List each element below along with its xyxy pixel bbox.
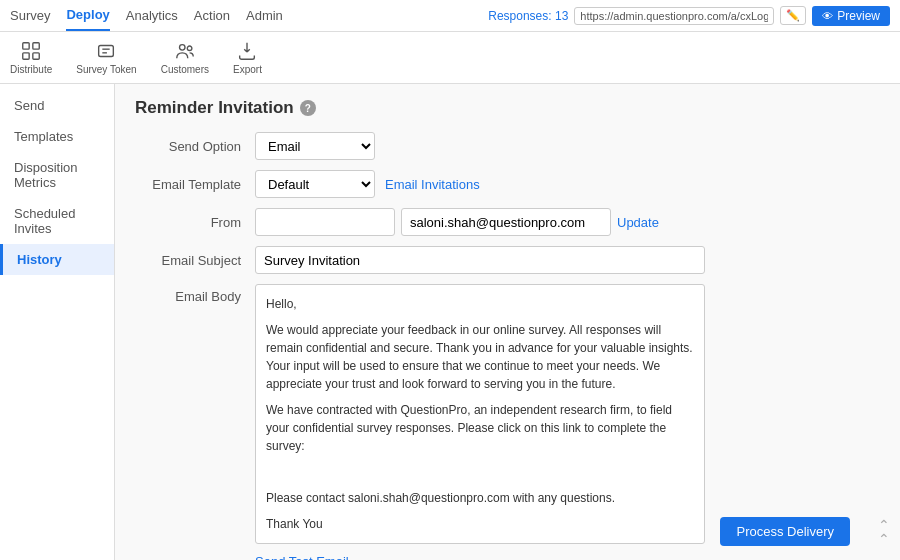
svg-rect-3 [33, 53, 39, 59]
email-subject-label: Email Subject [135, 253, 255, 268]
nav-deploy[interactable]: Deploy [66, 0, 109, 31]
sidebar-item-send[interactable]: Send [0, 90, 114, 121]
email-subject-input[interactable] [255, 246, 705, 274]
nav-survey[interactable]: Survey [10, 0, 50, 31]
send-test-email-link[interactable]: Send Test Email [255, 554, 349, 560]
email-body-p5: Thank You [266, 515, 694, 533]
edit-url-button[interactable]: ✏️ [780, 6, 806, 25]
from-email-input[interactable] [401, 208, 611, 236]
help-icon[interactable]: ? [300, 100, 316, 116]
send-test-row: Send Test Email [135, 554, 880, 560]
chevron-up-icon: ⌃ [878, 518, 890, 532]
email-subject-row: Email Subject [135, 246, 880, 274]
svg-point-7 [179, 45, 185, 51]
svg-point-8 [187, 46, 192, 51]
email-body-hello: Hello, [266, 295, 694, 313]
main-content: Reminder Invitation ? Send Option Email … [115, 84, 900, 560]
email-body-p3 [266, 463, 694, 481]
svg-rect-1 [33, 43, 39, 49]
svg-rect-4 [99, 46, 114, 57]
sidebar-item-templates[interactable]: Templates [0, 121, 114, 152]
toolbar: Distribute Survey Token Customers Export [0, 32, 900, 84]
export-icon [236, 40, 258, 62]
send-option-select[interactable]: Email [255, 132, 375, 160]
from-name-input[interactable] [255, 208, 395, 236]
update-link[interactable]: Update [617, 215, 659, 230]
page-title: Reminder Invitation ? [135, 98, 880, 118]
scroll-up-button[interactable]: ⌃ ⌃ [878, 518, 890, 546]
layout: Send Templates Disposition Metrics Sched… [0, 84, 900, 560]
email-body-p4: Please contact saloni.shah@questionpro.c… [266, 489, 694, 507]
email-body-p1: We would appreciate your feedback in our… [266, 321, 694, 393]
preview-label: Preview [837, 9, 880, 23]
token-icon [95, 40, 117, 62]
sidebar: Send Templates Disposition Metrics Sched… [0, 84, 115, 560]
url-bar[interactable] [574, 7, 774, 25]
top-nav-right: Responses: 13 ✏️ 👁 Preview [488, 6, 890, 26]
nav-analytics[interactable]: Analytics [126, 0, 178, 31]
email-body-box[interactable]: Hello, We would appreciate your feedback… [255, 284, 705, 544]
sidebar-item-scheduled-invites[interactable]: Scheduled Invites [0, 198, 114, 244]
toolbar-export[interactable]: Export [233, 40, 262, 75]
survey-token-label: Survey Token [76, 64, 136, 75]
from-label: From [135, 215, 255, 230]
responses-count: Responses: 13 [488, 9, 568, 23]
page-title-text: Reminder Invitation [135, 98, 294, 118]
svg-rect-0 [23, 43, 29, 49]
chevron-up-icon-2: ⌃ [878, 532, 890, 546]
send-option-label: Send Option [135, 139, 255, 154]
email-body-row: Email Body Hello, We would appreciate yo… [135, 284, 880, 544]
email-template-row: Email Template Default Email Invitations [135, 170, 880, 198]
template-controls: Default Email Invitations [255, 170, 480, 198]
from-controls: Update [255, 208, 659, 236]
email-template-select[interactable]: Default [255, 170, 375, 198]
toolbar-customers[interactable]: Customers [161, 40, 209, 75]
toolbar-distribute[interactable]: Distribute [10, 40, 52, 75]
email-template-label: Email Template [135, 177, 255, 192]
customers-label: Customers [161, 64, 209, 75]
preview-button[interactable]: 👁 Preview [812, 6, 890, 26]
customers-icon [174, 40, 196, 62]
send-option-row: Send Option Email [135, 132, 880, 160]
from-row: From Update [135, 208, 880, 236]
toolbar-survey-token[interactable]: Survey Token [76, 40, 136, 75]
email-invitations-link[interactable]: Email Invitations [385, 177, 480, 192]
email-body-p2: We have contracted with QuestionPro, an … [266, 401, 694, 455]
sidebar-item-history[interactable]: History [0, 244, 114, 275]
export-label: Export [233, 64, 262, 75]
eye-icon: 👁 [822, 10, 833, 22]
email-body-label: Email Body [135, 284, 255, 304]
nav-action[interactable]: Action [194, 0, 230, 31]
distribute-label: Distribute [10, 64, 52, 75]
top-nav: Survey Deploy Analytics Action Admin Res… [0, 0, 900, 32]
nav-admin[interactable]: Admin [246, 0, 283, 31]
distribute-icon [20, 40, 42, 62]
sidebar-item-disposition-metrics[interactable]: Disposition Metrics [0, 152, 114, 198]
svg-rect-2 [23, 53, 29, 59]
process-delivery-button[interactable]: Process Delivery [720, 517, 850, 546]
main-nav: Survey Deploy Analytics Action Admin [10, 0, 299, 31]
